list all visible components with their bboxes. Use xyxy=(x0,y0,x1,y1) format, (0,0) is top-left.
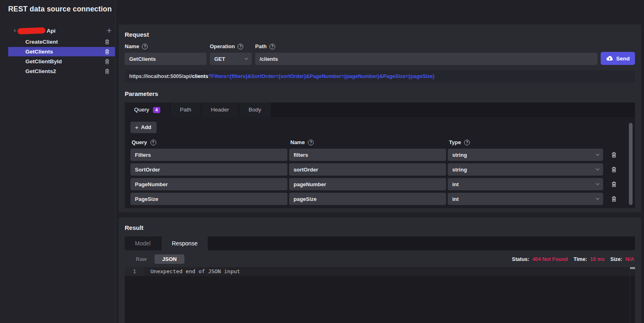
name-input[interactable] xyxy=(289,193,446,205)
line-number: 1 xyxy=(125,267,144,276)
tab-body[interactable]: Body xyxy=(239,102,271,117)
name-field-group: Name ? xyxy=(125,43,206,65)
chevron-down-icon xyxy=(595,198,600,200)
sidebar-item-label: GetClientById xyxy=(25,58,62,65)
status-group: Status: 404 Not Found xyxy=(512,256,568,262)
editor-scrollbar-thumb[interactable] xyxy=(630,267,635,269)
operation-label: Operation ? xyxy=(210,43,252,49)
column-header-query: Query ? xyxy=(130,139,287,145)
column-header-text: Name xyxy=(290,139,305,145)
result-heading: Result xyxy=(125,224,635,231)
tab-model[interactable]: Model xyxy=(125,236,161,250)
sidebar-item-createclient[interactable]: CreateClient xyxy=(8,37,115,47)
add-parameter-button[interactable]: + Add xyxy=(130,122,157,133)
expand-caret-icon[interactable] xyxy=(14,29,17,33)
size-value: N/A xyxy=(625,256,634,262)
chevron-down-icon xyxy=(595,154,600,156)
delete-row-button[interactable] xyxy=(605,181,623,188)
help-icon[interactable]: ? xyxy=(142,44,148,49)
json-toggle-button[interactable]: JSON xyxy=(155,254,184,264)
sidebar-item-getclients[interactable]: GetClients xyxy=(8,47,115,56)
time-group: Time: 10 ms xyxy=(574,256,605,262)
result-toolbar: Raw JSON Status: 404 Not Found Time: 10 … xyxy=(125,254,635,264)
path-input[interactable] xyxy=(255,53,597,65)
parameters-scrollbar[interactable] xyxy=(629,123,633,205)
name-input[interactable] xyxy=(289,163,446,176)
tab-label: Query xyxy=(134,102,149,117)
raw-toggle-button[interactable]: Raw xyxy=(128,254,155,264)
parameters-heading: Parameters xyxy=(125,90,635,97)
chevron-down-icon xyxy=(595,168,600,171)
delete-icon[interactable] xyxy=(104,58,110,65)
name-label: Name ? xyxy=(125,43,206,49)
request-panel: Request Name ? Operation ? GET xyxy=(119,25,641,212)
editor-scrollbar[interactable] xyxy=(630,267,635,323)
name-input[interactable] xyxy=(289,149,446,161)
query-input[interactable] xyxy=(130,193,287,205)
delete-row-button[interactable] xyxy=(605,166,623,173)
help-icon[interactable]: ? xyxy=(464,140,470,145)
api-root-item[interactable]: Api + xyxy=(8,26,115,36)
tab-label: Body xyxy=(249,102,261,117)
operation-field-group: Operation ? GET xyxy=(210,43,252,65)
endpoint-tree: Api + CreateClient GetClients GetClientB… xyxy=(8,26,115,76)
type-select[interactable]: string xyxy=(448,149,603,161)
response-editor[interactable]: 1 Unexpected end of JSON input xyxy=(125,267,635,323)
cloud-upload-icon xyxy=(606,56,613,61)
query-parameters-content: + Add Query ? Name ? Type ? xyxy=(125,117,635,208)
add-endpoint-icon[interactable]: + xyxy=(107,27,112,35)
help-icon[interactable]: ? xyxy=(308,140,314,145)
delete-icon[interactable] xyxy=(104,68,110,75)
help-icon[interactable]: ? xyxy=(269,44,275,49)
operation-label-text: Operation xyxy=(210,43,235,49)
send-button[interactable]: Send xyxy=(601,52,635,65)
sidebar-item-getclients2[interactable]: GetClients2 xyxy=(8,67,115,76)
query-input[interactable] xyxy=(130,149,287,161)
chevron-down-icon xyxy=(244,58,249,60)
delete-icon[interactable] xyxy=(104,49,110,55)
editor-line: 1 Unexpected end of JSON input xyxy=(125,267,635,276)
response-status-line: Status: 404 Not Found Time: 10 ms Size: … xyxy=(512,256,634,262)
type-value: int xyxy=(452,181,459,187)
sidebar-item-getclientbyid[interactable]: GetClientById xyxy=(8,57,115,66)
trash-icon xyxy=(611,181,617,188)
query-input[interactable] xyxy=(130,178,287,190)
name-input[interactable] xyxy=(289,178,446,190)
delete-row-button[interactable] xyxy=(605,196,623,203)
size-group: Size: N/A xyxy=(610,256,634,262)
result-tab-strip: Model Response xyxy=(125,236,635,250)
sidebar: REST data source connection Api + Create… xyxy=(0,0,116,323)
api-name: Api xyxy=(47,28,56,34)
name-label-text: Name xyxy=(125,43,139,49)
delete-icon[interactable] xyxy=(104,39,110,45)
query-input[interactable] xyxy=(130,163,287,176)
type-select[interactable]: string xyxy=(448,163,603,176)
tab-path[interactable]: Path xyxy=(171,102,201,117)
tab-query[interactable]: Query 4 xyxy=(125,102,170,117)
status-value: 404 Not Found xyxy=(532,256,568,262)
operation-select[interactable]: GET xyxy=(210,53,252,65)
trash-icon xyxy=(611,196,617,203)
path-field-group: Path ? xyxy=(255,43,597,65)
url-resource: clients xyxy=(192,74,209,79)
send-button-label: Send xyxy=(616,56,630,62)
type-value: string xyxy=(452,167,467,173)
result-panel: Result Model Response Raw JSON Status: xyxy=(119,218,641,323)
type-select[interactable]: int xyxy=(448,178,603,190)
sidebar-item-label: GetClients2 xyxy=(25,68,56,74)
redaction-overlay xyxy=(18,27,45,34)
tab-label: Model xyxy=(135,236,150,250)
help-icon[interactable]: ? xyxy=(150,140,156,145)
parameters-tab-strip: Query 4 Path Header Body xyxy=(125,102,635,117)
request-heading: Request xyxy=(125,31,635,38)
path-label-text: Path xyxy=(255,43,267,49)
type-value: string xyxy=(452,152,467,158)
name-input[interactable] xyxy=(125,53,206,65)
tab-response[interactable]: Response xyxy=(162,236,208,250)
help-icon[interactable]: ? xyxy=(238,44,243,49)
tab-header[interactable]: Header xyxy=(202,102,238,117)
tab-label: Header xyxy=(211,102,229,117)
delete-row-button[interactable] xyxy=(605,151,623,158)
editor-line-text: Unexpected end of JSON input xyxy=(144,267,240,276)
type-select[interactable]: int xyxy=(448,193,603,205)
